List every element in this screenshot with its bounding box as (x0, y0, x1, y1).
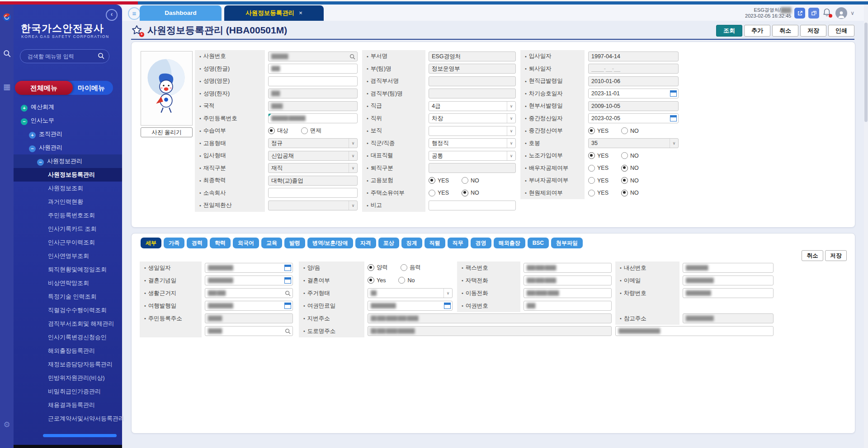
radio-group[interactable]: YESNO (588, 188, 679, 198)
collapse-minus-icon[interactable]: − (37, 159, 44, 166)
radio-button[interactable] (588, 190, 595, 196)
text-input[interactable]: ███ ███ ████ (524, 275, 612, 285)
calendar-icon[interactable] (284, 265, 291, 271)
text-input[interactable]: █████████ (683, 288, 774, 298)
text-input[interactable]: █████ (205, 313, 293, 323)
tab-close-icon[interactable]: × (299, 9, 302, 16)
text-input[interactable]: 2009-10-05 (588, 101, 679, 111)
radio-button[interactable] (621, 152, 628, 159)
detail-tab[interactable]: BSC (528, 238, 549, 248)
detail-tab[interactable]: 포상 (378, 238, 399, 248)
text-input[interactable] (429, 89, 516, 98)
text-input[interactable]: ____-__-__ (588, 64, 679, 74)
apps-grid-icon[interactable]: ▦ (0, 82, 14, 92)
text-input[interactable]: 대학(교)졸업 (268, 176, 358, 186)
select-input[interactable]: 차장∨ (429, 113, 516, 123)
select-input[interactable]: 공통∨ (429, 151, 516, 161)
calendar-icon[interactable] (670, 115, 677, 121)
sidebar-item[interactable]: 사원정보조회 (14, 182, 122, 195)
radio-button[interactable] (268, 127, 275, 134)
settings-gear-icon[interactable]: ⚙ (0, 420, 14, 429)
detail-tab[interactable]: 외국어 (233, 238, 259, 248)
sidebar-item[interactable]: 비상연락망조회 (14, 276, 122, 290)
radio-button[interactable] (588, 127, 595, 134)
sidebar-item[interactable]: 채용결과등록관리 (14, 398, 122, 412)
detail-tab[interactable]: 첨부파일 (551, 238, 583, 248)
radio-group[interactable]: YESNO (429, 176, 516, 186)
text-input[interactable]: ESG경영처 (429, 51, 516, 61)
notifications-bell-icon[interactable] (822, 8, 832, 19)
sidebar-collapse-icon[interactable]: ‹ (106, 9, 118, 21)
radio-button[interactable] (621, 190, 628, 196)
text-input[interactable]: █████████ (368, 301, 453, 311)
select-input[interactable]: ∨ (429, 126, 516, 136)
text-input[interactable]: 1997-04-14 (588, 51, 679, 61)
radio-group[interactable]: 대상면제 (268, 126, 358, 136)
sidebar-item[interactable]: 겸직부서조회및 해제관리 (14, 317, 122, 331)
page-scrollbar-thumb[interactable] (864, 23, 868, 122)
radio-button[interactable] (301, 127, 308, 134)
radio-button[interactable] (621, 177, 628, 184)
text-input[interactable]: ███ ████ ████ (524, 288, 612, 298)
select-input[interactable]: 정규∨ (268, 138, 358, 148)
text-input[interactable]: ███ (268, 64, 358, 74)
text-input[interactable] (429, 76, 516, 86)
text-input[interactable]: ████████ (683, 263, 774, 273)
text-input[interactable]: █████████ (205, 263, 293, 273)
calendar-icon[interactable] (284, 277, 291, 284)
detail-tab[interactable]: 징계 (401, 238, 422, 248)
calendar-icon[interactable] (284, 303, 291, 309)
radio-group[interactable]: YESNO (588, 176, 679, 186)
radio-button[interactable] (621, 165, 628, 172)
select-input[interactable]: 35∨ (588, 138, 679, 148)
search-icon[interactable] (98, 52, 104, 61)
select-input[interactable]: 재직∨ (268, 163, 358, 173)
sidebar-item[interactable]: 인사연명부조회 (14, 249, 122, 263)
radio-button[interactable] (429, 190, 435, 196)
sidebar-item[interactable]: 과거인력현황 (14, 195, 122, 209)
text-input[interactable]: ███ ███ ████ (524, 263, 612, 273)
sidebar-item[interactable]: 직렬검수수행이력조회 (14, 303, 122, 317)
sidebar-item[interactable]: 해외출장등록관리 (14, 344, 122, 358)
text-input[interactable]: ██████ (268, 51, 358, 61)
menu-search-input[interactable] (27, 50, 96, 62)
text-input[interactable]: 2010-01-06 (588, 76, 679, 86)
detail-cancel-button[interactable]: 취소 (802, 250, 823, 261)
radio-button[interactable] (462, 190, 468, 196)
detail-tab[interactable]: 경영 (471, 238, 491, 248)
text-input[interactable]: 2023-02-05 (588, 113, 679, 123)
radio-button[interactable] (588, 177, 595, 184)
text-input[interactable]: █████████ (205, 275, 293, 285)
radio-group[interactable]: YESNO (429, 188, 516, 198)
detail-tab[interactable]: 경력 (187, 238, 208, 248)
sidebar-item[interactable]: 인사기록카드 조회 (14, 222, 122, 236)
text-input[interactable]: ████ (268, 101, 358, 111)
sidebar-item[interactable]: 주민등록번호조회 (14, 209, 122, 222)
detail-tab[interactable]: 발령 (284, 238, 305, 248)
search-icon[interactable] (285, 290, 291, 298)
radio-group[interactable]: YESNO (588, 126, 679, 136)
select-input[interactable]: ∨ (268, 201, 358, 210)
save-button[interactable]: 저장 (800, 25, 826, 37)
text-input[interactable]: ██████████ (683, 313, 774, 323)
radio-button[interactable] (368, 264, 374, 271)
tab-all-menu[interactable]: 전체메뉴 (15, 81, 73, 95)
text-input[interactable]: ███ (524, 301, 612, 311)
detail-tab[interactable]: 병역/보훈/장애 (307, 238, 353, 248)
sidebar-item[interactable]: −인사노무 (14, 114, 122, 127)
search-icon[interactable] (349, 53, 355, 61)
text-input[interactable] (429, 201, 516, 210)
detail-save-button[interactable]: 저장 (825, 250, 847, 261)
detail-tab[interactable]: 세부 (141, 238, 161, 248)
select-input[interactable]: ██∨ (368, 288, 453, 298)
text-input[interactable]: ██ ███ ████ ██████ (368, 326, 612, 336)
sidebar-item[interactable]: 퇴직현황및예정일조회 (14, 263, 122, 276)
detail-tab[interactable]: 직무 (448, 238, 468, 248)
collapse-minus-icon[interactable]: − (21, 118, 28, 125)
favorite-star-icon[interactable]: + (131, 24, 143, 36)
detail-tab[interactable]: 학력 (210, 238, 231, 248)
text-input[interactable] (429, 163, 516, 173)
text-input[interactable]: █████ (205, 326, 293, 336)
radio-button[interactable] (429, 177, 435, 184)
query-button[interactable]: 조회 (716, 25, 742, 37)
